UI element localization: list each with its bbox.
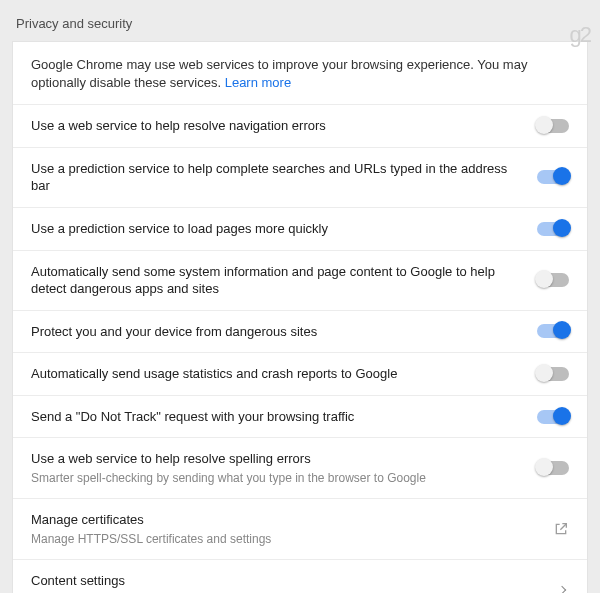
row-label: Protect you and your device from dangero… [31,323,525,341]
setting-row-6: Send a "Do Not Track" request with your … [13,395,587,438]
row-label: Automatically send usage statistics and … [31,365,525,383]
row-label: Manage certificates [31,511,541,529]
toggle-switch[interactable] [537,367,569,381]
setting-row-5: Automatically send usage statistics and … [13,352,587,395]
row-label: Use a web service to help resolve spelli… [31,450,525,468]
toggle-knob [535,116,553,134]
toggle-switch[interactable] [537,273,569,287]
row-label: Content settings [31,572,547,590]
row-text: Manage certificatesManage HTTPS/SSL cert… [31,511,553,547]
toggle-knob [535,270,553,288]
watermark: g2 [570,22,590,48]
section-title: Privacy and security [16,16,588,31]
row-text: Use a web service to help resolve naviga… [31,117,537,135]
toggle-knob [553,407,571,425]
intro-text: Google Chrome may use web services to im… [13,42,587,104]
row-sublabel: Smarter spell-checking by sending what y… [31,470,525,486]
privacy-card: Google Chrome may use web services to im… [12,41,588,593]
toggle-switch[interactable] [537,170,569,184]
row-text: Use a prediction service to help complet… [31,160,537,195]
setting-row-1: Use a prediction service to help complet… [13,147,587,207]
row-text: Use a web service to help resolve spelli… [31,450,537,486]
toggle-knob [553,321,571,339]
chevron-right-icon [558,585,566,593]
toggle-knob [553,219,571,237]
learn-more-link[interactable]: Learn more [225,75,291,90]
setting-row-9[interactable]: Content settingsControl what information… [13,559,587,593]
row-label: Use a prediction service to load pages m… [31,220,525,238]
toggle-knob [535,458,553,476]
row-label: Use a prediction service to help complet… [31,160,525,195]
row-text: Automatically send usage statistics and … [31,365,537,383]
toggle-switch[interactable] [537,119,569,133]
row-text: Automatically send some system informati… [31,263,537,298]
setting-row-8[interactable]: Manage certificatesManage HTTPS/SSL cert… [13,498,587,559]
toggle-switch[interactable] [537,461,569,475]
setting-row-0: Use a web service to help resolve naviga… [13,104,587,147]
setting-row-2: Use a prediction service to load pages m… [13,207,587,250]
row-text: Use a prediction service to load pages m… [31,220,537,238]
row-text: Send a "Do Not Track" request with your … [31,408,537,426]
external-link-icon [553,521,569,537]
toggle-knob [535,364,553,382]
row-text: Protect you and your device from dangero… [31,323,537,341]
row-label: Use a web service to help resolve naviga… [31,117,525,135]
row-text: Content settingsControl what information… [31,572,559,593]
row-label: Automatically send some system informati… [31,263,525,298]
toggle-switch[interactable] [537,324,569,338]
toggle-switch[interactable] [537,410,569,424]
toggle-knob [553,167,571,185]
row-sublabel: Manage HTTPS/SSL certificates and settin… [31,531,541,547]
setting-row-3: Automatically send some system informati… [13,250,587,310]
row-label: Send a "Do Not Track" request with your … [31,408,525,426]
toggle-switch[interactable] [537,222,569,236]
setting-row-4: Protect you and your device from dangero… [13,310,587,353]
setting-row-7: Use a web service to help resolve spelli… [13,437,587,498]
